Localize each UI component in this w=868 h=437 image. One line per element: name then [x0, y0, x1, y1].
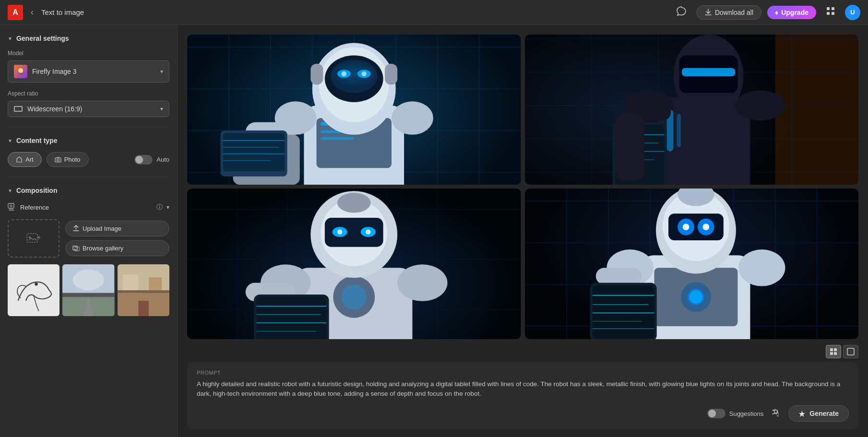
auto-toggle-knob	[135, 156, 143, 164]
download-all-label: Download all	[715, 9, 753, 16]
thumbnail-1[interactable]	[8, 264, 59, 316]
model-selector[interactable]: Firefly Image 3 ▾	[8, 60, 169, 83]
composition-title: Composition	[16, 187, 58, 194]
upgrade-button[interactable]: ♦ Upgrade	[767, 6, 816, 19]
svg-rect-161	[830, 352, 833, 355]
image-card-2[interactable]	[525, 35, 859, 185]
svg-rect-66	[775, 35, 858, 185]
content-type-chevron: ▼	[8, 138, 12, 143]
prompt-area: Prompt A highly detailed and realistic r…	[187, 362, 858, 430]
svg-rect-8	[8, 203, 14, 208]
thumbnail-3[interactable]	[118, 264, 169, 316]
svg-rect-25	[118, 290, 169, 293]
svg-rect-151	[595, 268, 642, 285]
model-name: Firefly Image 3	[32, 68, 155, 75]
view-toggle-row	[178, 345, 868, 362]
image-card-1[interactable]	[187, 35, 521, 185]
svg-point-18	[73, 270, 104, 290]
photo-label: Photo	[64, 156, 81, 163]
svg-rect-84	[681, 68, 735, 76]
svg-point-15	[35, 283, 37, 285]
upload-image-button[interactable]: Upload Image	[65, 221, 169, 236]
auto-toggle[interactable]	[134, 155, 153, 165]
content-type-section[interactable]: ▼ Content type	[8, 137, 169, 144]
browse-gallery-label: Browse gallery	[83, 245, 123, 252]
image-card-3[interactable]	[187, 189, 521, 339]
chat-button[interactable]	[672, 4, 690, 21]
apps-grid-button[interactable]	[822, 4, 839, 20]
svg-rect-22	[122, 275, 138, 293]
svg-point-11	[29, 236, 31, 238]
user-avatar[interactable]: U	[845, 5, 860, 20]
browse-gallery-button[interactable]: Browse gallery	[65, 240, 169, 256]
svg-point-149	[702, 224, 709, 230]
general-settings-section[interactable]: ▼ General settings	[8, 35, 169, 42]
grid-view-button[interactable]	[826, 345, 841, 358]
svg-rect-23	[149, 277, 162, 290]
adobe-logo[interactable]: A	[8, 5, 23, 20]
svg-point-112	[337, 230, 342, 235]
art-type-button[interactable]: Art	[8, 152, 42, 167]
svg-rect-14	[8, 264, 59, 316]
content-type-title: Content type	[16, 137, 58, 144]
aspect-ratio-label: Aspect ratio	[8, 90, 169, 97]
svg-rect-3	[832, 12, 834, 15]
svg-rect-2	[827, 12, 830, 15]
svg-point-104	[397, 265, 447, 302]
general-settings-title: General settings	[16, 35, 69, 42]
svg-rect-1	[832, 7, 834, 10]
aspect-ratio-chevron-icon: ▾	[160, 106, 163, 112]
svg-rect-49	[223, 133, 285, 171]
svg-point-45	[392, 101, 433, 135]
translate-button[interactable]	[769, 406, 783, 422]
svg-point-5	[18, 68, 23, 73]
svg-rect-163	[847, 348, 854, 355]
svg-point-138	[738, 249, 785, 286]
photo-type-button[interactable]: Photo	[47, 152, 89, 167]
image-grid	[178, 25, 868, 345]
topbar-right: Download all ♦ Upgrade U	[672, 4, 860, 21]
info-icon[interactable]: ⓘ	[156, 203, 163, 212]
back-button[interactable]: ‹	[29, 5, 36, 19]
svg-rect-153	[592, 285, 654, 339]
svg-rect-92	[615, 114, 644, 180]
generate-label: Generate	[809, 410, 839, 417]
upload-buttons: Upload Image Browse gallery	[65, 221, 169, 256]
composition-row: Upload Image Browse gallery	[8, 219, 169, 258]
prompt-text: A highly detailed and realistic robot wi…	[197, 379, 849, 399]
svg-rect-6	[55, 158, 61, 162]
upload-drop-zone[interactable]	[8, 219, 59, 258]
aspect-ratio-value: Widescreen (16:9)	[27, 105, 155, 113]
suggestions-toggle[interactable]	[707, 409, 725, 418]
thumbnail-2[interactable]	[62, 264, 114, 316]
svg-rect-0	[827, 7, 830, 10]
suggestions-toggle-knob	[708, 410, 716, 417]
svg-rect-81	[677, 114, 681, 147]
svg-rect-43	[321, 137, 354, 140]
generate-button[interactable]: Generate	[788, 405, 849, 422]
image-card-4[interactable]	[525, 189, 859, 339]
svg-rect-162	[834, 352, 837, 355]
aspect-ratio-selector[interactable]: Widescreen (16:9) ▾	[8, 101, 169, 117]
divider-1	[8, 127, 169, 127]
svg-point-9	[10, 205, 12, 207]
svg-point-148	[682, 224, 689, 230]
download-all-button[interactable]: Download all	[696, 5, 761, 20]
svg-point-79	[735, 91, 785, 121]
content-type-row: Art Photo Auto	[8, 152, 169, 167]
page-title: Text to image	[41, 8, 84, 16]
divider-2	[8, 177, 169, 177]
reference-chevron-icon[interactable]: ▾	[166, 204, 169, 211]
aspect-ratio-icon	[14, 106, 23, 112]
composition-section[interactable]: ▼ Composition	[8, 187, 169, 194]
svg-point-64	[329, 61, 379, 86]
single-view-button[interactable]	[843, 345, 858, 358]
svg-point-114	[337, 193, 371, 213]
svg-rect-10	[27, 234, 37, 242]
topbar: A ‹ Text to image Download all ♦ Upgrade	[0, 0, 868, 25]
svg-rect-62	[310, 64, 323, 84]
upgrade-label: Upgrade	[781, 9, 809, 16]
general-settings-chevron: ▼	[8, 36, 12, 41]
svg-rect-159	[830, 348, 833, 351]
svg-rect-19	[62, 293, 114, 297]
